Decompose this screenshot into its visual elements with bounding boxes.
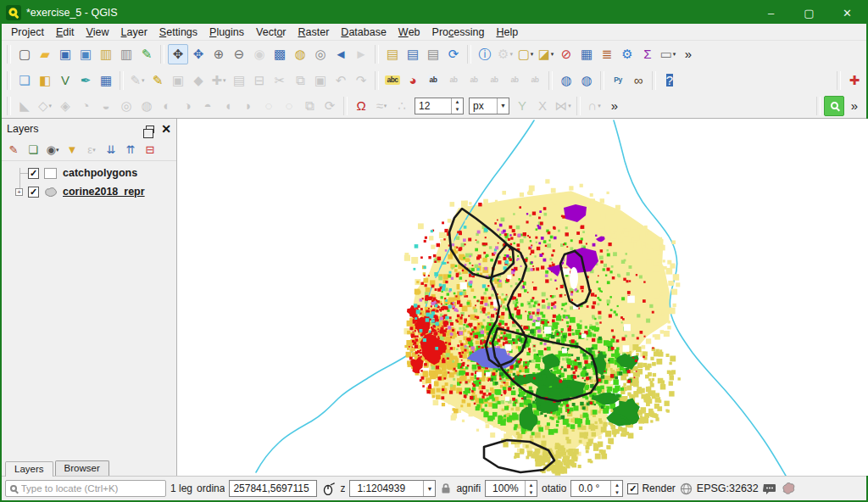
toolbar-handle[interactable] xyxy=(375,45,379,64)
toolbar-handle[interactable] xyxy=(467,45,471,64)
expander-icon[interactable]: + xyxy=(15,188,23,196)
zoom-out-icon[interactable]: ⊖ xyxy=(229,44,249,64)
menu-web[interactable]: Web xyxy=(392,24,426,40)
rotate-feature-icon[interactable]: ◔ xyxy=(75,96,96,116)
toolbar-overflow-icon[interactable]: » xyxy=(678,44,698,64)
toggle-editing-icon[interactable]: ✎ xyxy=(147,70,168,91)
toolbar-handle[interactable] xyxy=(7,71,11,90)
add-annotation-layer-icon[interactable]: ✒ xyxy=(75,70,96,91)
select-by-expression-icon[interactable]: ◪▾ xyxy=(536,44,556,64)
show-layout-manager-icon[interactable]: ▥ xyxy=(116,44,136,64)
toolbar-handle[interactable] xyxy=(576,97,581,115)
locator-box[interactable] xyxy=(5,480,166,497)
dropdown-caret-icon[interactable]: ▾ xyxy=(142,77,145,84)
toolbar-handle[interactable] xyxy=(160,45,164,64)
vertex-tool-icon[interactable]: ✚▾ xyxy=(209,70,229,91)
manage-map-themes-icon[interactable]: ◉▾ xyxy=(43,141,62,159)
toolbar-handle[interactable] xyxy=(343,97,348,115)
zoom-native-icon[interactable]: ◉ xyxy=(249,44,270,64)
dropdown-caret-icon[interactable]: ▾ xyxy=(509,51,513,58)
toolbar-handle[interactable] xyxy=(375,71,379,90)
field-calculator-icon[interactable]: ≣ xyxy=(597,44,617,64)
toolbar-handle[interactable] xyxy=(837,71,841,90)
save-project-as-icon[interactable]: ▣ xyxy=(75,44,96,64)
topology-edit-icon[interactable]: Y xyxy=(512,96,532,116)
show-spatial-bookmarks-icon[interactable]: ▤ xyxy=(403,44,423,64)
menu-database[interactable]: Database xyxy=(335,24,392,40)
menu-settings[interactable]: Settings xyxy=(153,24,203,40)
style-manager-icon[interactable]: ✎ xyxy=(136,44,157,64)
toolbar-overflow3-icon[interactable]: » xyxy=(844,96,865,116)
crs-status[interactable]: EPSG:32632 xyxy=(697,482,759,494)
paste-features-icon[interactable]: ▣ xyxy=(310,70,331,91)
magnifier-spinbox[interactable]: 100% ▲▼ xyxy=(485,480,537,497)
render-toggle[interactable]: ✓ Render xyxy=(627,482,675,494)
crs-globe-icon[interactable] xyxy=(680,482,693,495)
zoom-to-layer-icon[interactable]: ◎ xyxy=(310,44,331,64)
messages-icon[interactable] xyxy=(763,482,777,495)
refresh-map-icon[interactable]: ⟳ xyxy=(443,44,464,64)
dropdown-caret-icon[interactable]: ▾ xyxy=(551,51,554,58)
snap-units-combo[interactable]: px▼ xyxy=(469,98,509,114)
offset-tool-icon[interactable]: ∩▾ xyxy=(584,96,604,116)
add-polygon-feature-icon[interactable]: ◆ xyxy=(188,70,209,91)
notifications-icon[interactable] xyxy=(782,482,796,495)
help-contents-icon[interactable]: ? xyxy=(659,70,680,91)
show-hidden-labels-icon[interactable]: ab xyxy=(464,70,484,91)
layer-labeling-icon[interactable]: abc xyxy=(382,70,403,91)
menu-help[interactable]: Help xyxy=(490,24,524,40)
plugin-manager-icon[interactable]: ∞ xyxy=(628,70,648,91)
toolbar-handle[interactable] xyxy=(600,71,604,90)
cut-features-icon[interactable]: ✂ xyxy=(270,70,290,91)
scale-combobox[interactable]: 1:1204939 ▼ xyxy=(349,480,436,497)
zoom-full-icon[interactable]: ▩ xyxy=(270,44,290,64)
split-parts-icon[interactable]: ◌ xyxy=(279,96,299,116)
toolbar-overflow2-icon[interactable]: » xyxy=(604,96,625,116)
layer-label[interactable]: corine2018_repr xyxy=(63,186,145,198)
menu-project[interactable]: Project xyxy=(5,24,50,40)
add-raster-layer-icon[interactable]: ◧ xyxy=(35,70,55,91)
minimize-button[interactable]: – xyxy=(752,2,790,24)
python-console-icon[interactable]: Py xyxy=(608,70,628,91)
zoom-last-icon[interactable]: ◄ xyxy=(331,44,351,64)
show-bookmark-manager-icon[interactable]: ▤ xyxy=(423,44,443,64)
spin-down-icon[interactable]: ▼ xyxy=(611,488,622,496)
save-layer-edits-icon[interactable]: ▣ xyxy=(168,70,188,91)
rotate-point-symbols-icon[interactable]: ⟳ xyxy=(320,96,340,116)
self-snapping-icon[interactable]: ⋈▾ xyxy=(553,96,573,116)
dropdown-caret-icon[interactable]: ▾ xyxy=(568,103,571,109)
rotate-label-icon[interactable]: ab xyxy=(504,70,525,91)
add-group-icon[interactable]: ❏ xyxy=(24,141,42,159)
maximize-button[interactable]: ▢ xyxy=(790,2,828,24)
measure-icon[interactable]: ▭▾ xyxy=(658,44,678,64)
spin-up-icon[interactable]: ▲ xyxy=(526,481,537,488)
copy-move-feature-icon[interactable]: ◈ xyxy=(55,96,75,116)
mouse-extent-toggle-icon[interactable] xyxy=(321,482,336,495)
add-mesh-layer-icon[interactable]: ▦ xyxy=(96,70,116,91)
add-ring-icon[interactable]: ◎ xyxy=(116,96,136,116)
new-print-layout-icon[interactable]: ▥ xyxy=(96,44,116,64)
menu-vector[interactable]: Vector xyxy=(250,24,292,40)
close-button[interactable]: ✕ xyxy=(828,2,866,24)
metasearch-add-icon[interactable]: ◍ xyxy=(556,70,576,91)
pin-labels-icon[interactable]: ab xyxy=(443,70,464,91)
offset-curve-icon[interactable]: ◖ xyxy=(218,96,238,116)
spin-down-icon[interactable]: ▼ xyxy=(452,106,463,114)
cad-tools-icon[interactable]: ◣ xyxy=(14,96,35,116)
toolbar-handle[interactable] xyxy=(652,71,656,90)
snap-tolerance-spin[interactable]: 12▲▼ xyxy=(415,98,464,114)
toolbar-handle[interactable] xyxy=(548,71,553,90)
current-edits-icon[interactable]: ✎▾ xyxy=(127,70,147,91)
layer-checkbox[interactable]: ✓ xyxy=(28,187,39,198)
trace-digitizing-icon[interactable]: ≈▾ xyxy=(371,96,392,116)
processing-toolbox-icon[interactable]: ⚙ xyxy=(617,44,637,64)
delete-ring-icon[interactable]: ◑ xyxy=(177,96,198,116)
zoom-next-icon[interactable]: ► xyxy=(351,44,371,64)
filter-expression-icon[interactable]: ε▾ xyxy=(82,141,101,159)
delete-part-icon[interactable]: ◓ xyxy=(198,96,218,116)
dropdown-caret-icon[interactable]: ▾ xyxy=(384,103,387,109)
deselect-features-icon[interactable]: ⊘ xyxy=(556,44,576,64)
dropdown-caret-icon[interactable]: ▾ xyxy=(673,51,676,58)
delete-selected-icon[interactable]: ⊟ xyxy=(249,70,270,91)
modify-attributes-icon[interactable]: ▤ xyxy=(229,70,249,91)
